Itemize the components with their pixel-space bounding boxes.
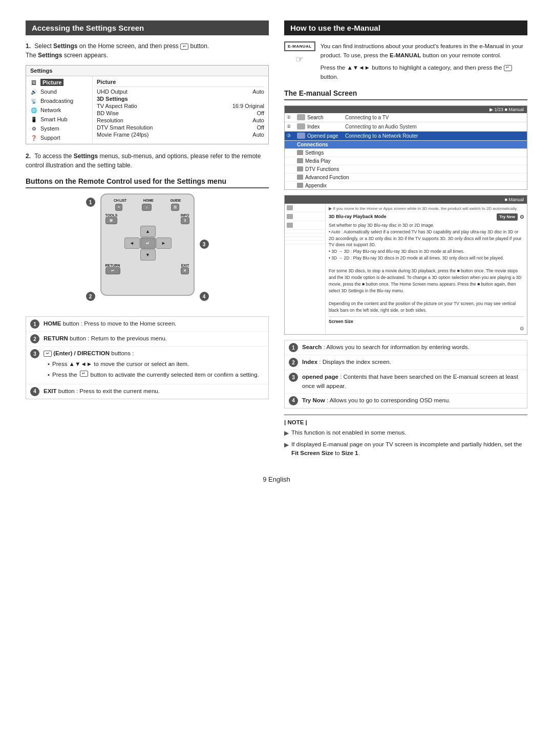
sidebar-search-icon [287, 205, 293, 210]
emanual-info-1: 1 Search : Allows you to search for info… [285, 340, 527, 355]
emanual-nav-index: ② Index Connecting to an Audio System [285, 122, 527, 132]
right-section-header: How to use the e-Manual [284, 20, 527, 35]
remote-top-btns: ≡ ⌂ ☰ [105, 204, 189, 211]
sound-icon: 🔊 [30, 88, 37, 95]
remote-top-labels: CH LIST HOME GUIDE [105, 199, 189, 202]
emanual-menu-advanced: Advanced Function [285, 174, 527, 182]
setting-movieframe: Movie Frame (24fps)Auto [97, 131, 264, 138]
emanual-nav-box: ▶ 1/23 ■ Manual ① Search Connecting to a… [284, 105, 527, 190]
annotation-2: 2 [86, 292, 95, 301]
emanual-info-table: 1 Search : Allows you to search for info… [284, 340, 527, 408]
info-row-3: 3 ↵ (Enter) / DIRECTION buttons : Press … [26, 347, 268, 384]
tools-btn[interactable]: ⊞ [105, 217, 118, 224]
annotation-1: 1 [86, 198, 95, 207]
step1-text: 1. Select Settings on the Home screen, a… [26, 41, 269, 60]
info-btn[interactable]: ℹ [181, 217, 189, 224]
support-icon: ❓ [30, 134, 37, 141]
left-column: Accessing the Settings Screen 1. Select … [26, 20, 269, 460]
content-body-text: Set whether to play 3D Blu-ray disc in 3… [329, 222, 524, 314]
ch-list-btn[interactable]: ≡ [115, 204, 122, 211]
home-btn[interactable]: ⌂ [142, 204, 151, 211]
enter-bullets: Press ▲▼◄► to move the cursor or select … [44, 360, 259, 379]
picture-icon: 🖼 [30, 79, 37, 86]
setting-bdwise: BD WiseOff [97, 110, 264, 117]
emanual-menu-connections: Connections [285, 141, 527, 149]
remote-body: CH LIST HOME GUIDE ≡ ⌂ ☰ TOOLS ⊞ [100, 193, 195, 296]
setting-uhd: UHD OutputAuto [97, 88, 264, 95]
annotation-4: 4 [200, 292, 209, 301]
settings-cat-network: 🌐 Network [30, 105, 88, 115]
setting-dtv: DTV Smart ResolutionOff [97, 124, 264, 131]
hand-icon: ☞ [284, 54, 315, 65]
settings-cat-smarthub: 📱 Smart Hub [30, 115, 88, 124]
setting-3d: 3D Settings [97, 95, 264, 102]
try-now-btn[interactable]: Try New [497, 213, 518, 221]
emanual-menu-settings: Settings [285, 149, 527, 157]
dpad-down[interactable]: ▼ [140, 249, 156, 261]
setting-resolution: ResolutionAuto [97, 117, 264, 124]
dpad-left[interactable]: ◄ [124, 237, 140, 249]
index-icon-small [297, 123, 305, 129]
emanual-content-text: ▶ If you move to the Home or Apps screen… [326, 204, 527, 334]
emanual-content-box: ■ Manual [284, 195, 527, 335]
dpad-right[interactable]: ► [156, 237, 172, 249]
emanual-info-4: 4 Try Now : Allows you to go to correspo… [285, 394, 527, 408]
settings-cat-sound: 🔊 Sound [30, 87, 88, 96]
enter-icon: ↵ [180, 44, 188, 50]
emanual-menu-mediaplay: Media Play [285, 157, 527, 165]
enter-icon-3: ↵ [80, 371, 88, 377]
annotation-3: 3 [200, 240, 209, 249]
emanual-content-header: ■ Manual [285, 196, 527, 204]
settings-cat-broadcasting: 📡 Broadcasting [30, 96, 88, 105]
emanual-nav-opened: ③ Opened page Connecting to a Network Ro… [285, 132, 527, 141]
note-item-2: ▶ If displayed E-manual page on your TV … [284, 440, 527, 458]
emanual-content-body: ▶ If you move to the Home or Apps screen… [285, 204, 527, 334]
screen-size-label: Screen Size [329, 316, 524, 325]
opened-icon-small [297, 133, 305, 139]
emanual-content-sidebar [285, 204, 326, 334]
settings-circle-icon: ⊙ [520, 213, 524, 221]
dpad-up[interactable]: ▲ [140, 226, 156, 237]
sidebar-index-icon [287, 214, 293, 219]
info-row-2: 2 RETURN button : Return to the previous… [26, 332, 268, 347]
settings-categories: 🖼 Picture 🔊 Sound 📡 Broadcasting 🌐 Netwo… [26, 77, 93, 143]
smarthub-icon: 📱 [30, 116, 37, 123]
settings-cat-support: ❓ Support [30, 133, 88, 142]
emanual-nav-search: ① Search Connecting to a TV [285, 113, 527, 122]
page-number-area: 9 English [26, 476, 527, 483]
remote-illustration: 1 2 3 4 CH LIST [26, 193, 269, 311]
emanual-button-visual: E-MANUAL [284, 41, 315, 51]
emanual-nav-header: ▶ 1/23 ■ Manual [285, 106, 527, 113]
dpad: ▲ ◄ ↵ ► ▼ [124, 226, 171, 261]
emanual-menu-appendix: Appendix [285, 182, 527, 189]
return-exit-row: RETURN ↩ EXIT ✕ [105, 264, 189, 274]
return-btn[interactable]: ↩ [105, 267, 120, 274]
emanual-screen-subtitle: The E-manual Screen [284, 89, 527, 100]
dpad-enter[interactable]: ↵ [140, 237, 156, 249]
setting-aspect: TV Aspect Ratio16:9 Original [97, 102, 264, 110]
network-icon: 🌐 [30, 106, 37, 114]
note-header: | NOTE | [284, 419, 527, 425]
remote-subsection-title: Buttons on the Remote Control used for t… [26, 177, 269, 188]
left-section-header: Accessing the Settings Screen [26, 20, 269, 35]
settings-items: Picture UHD OutputAuto 3D Settings TV As… [93, 77, 268, 143]
emanual-intro: E-MANUAL ☞ You can find instructions abo… [284, 41, 527, 82]
guide-btn[interactable]: ☰ [171, 204, 179, 211]
note-section: | NOTE | ▶ This function is not enabled … [284, 415, 527, 458]
note-item-1: ▶ This function is not enabled in some m… [284, 428, 527, 438]
emanual-info-2: 2 Index : Displays the index screen. [285, 355, 527, 370]
info-row-1: 1 HOME button : Press to move to the Hom… [26, 317, 268, 332]
settings-cat-picture: 🖼 Picture [30, 78, 88, 87]
right-column: How to use the e-Manual E-MANUAL ☞ You c… [284, 20, 527, 460]
settings-box-title: Settings [26, 66, 268, 76]
enter-icon-right: ↵ [504, 65, 512, 71]
exit-btn[interactable]: ✕ [181, 267, 189, 274]
emanual-menu-dtv: DTV Functions [285, 165, 527, 174]
broadcasting-icon: 📡 [30, 97, 37, 104]
settings-circle-icon-2: ⊙ [520, 325, 524, 332]
emanual-info-3: 3 opened page : Contents that have been … [285, 370, 527, 394]
info-row-4: 4 EXIT button : Press to exit the curren… [26, 384, 268, 399]
system-icon: ⚙ [30, 125, 37, 132]
tools-info-row: TOOLS ⊞ INFO ℹ [105, 213, 189, 224]
settings-row-main: 🖼 Picture 🔊 Sound 📡 Broadcasting 🌐 Netwo… [26, 76, 268, 144]
